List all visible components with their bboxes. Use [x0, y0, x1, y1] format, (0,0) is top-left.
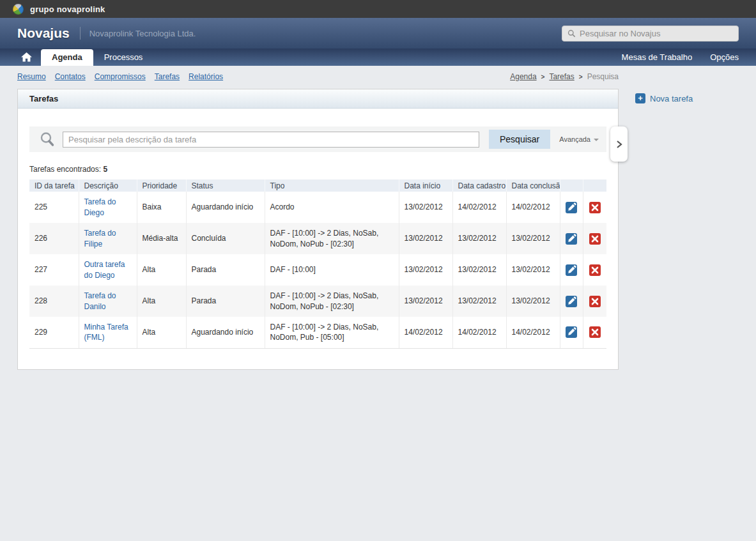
task-id-cell: 228 [29, 286, 79, 317]
task-description-cell: Tarefa do Danilo [79, 286, 137, 317]
task-description-cell: Tarefa do Filipe [79, 223, 137, 254]
task-created-date-cell: 14/02/2012 [452, 192, 506, 223]
task-description-cell: Outra tarefa do Diego [79, 254, 137, 286]
table-row: 225 Tarefa do Diego Baixa Aguardando iní… [29, 192, 606, 223]
breadcrumb-separator: > [541, 73, 545, 80]
edit-task-icon[interactable] [566, 264, 577, 276]
task-finish-date-cell: 14/02/2012 [506, 317, 560, 348]
edit-task-icon[interactable] [566, 202, 577, 213]
task-start-date-cell: 13/02/2012 [399, 223, 452, 254]
subnav-resumo[interactable]: Resumo [17, 72, 46, 81]
delete-cell [583, 254, 606, 286]
new-task-button[interactable]: + Nova tarefa [635, 93, 693, 103]
nav-opcoes[interactable]: Opções [710, 52, 739, 62]
task-description-link[interactable]: Tarefa do Danilo [84, 291, 116, 310]
breadcrumb-current: Pesquisa [587, 72, 619, 81]
task-start-date-cell: 13/02/2012 [399, 286, 452, 317]
task-description-link[interactable]: Outra tarefa do Diego [84, 260, 125, 279]
main-nav: Agenda Processos Mesas de Trabalho Opçõe… [0, 49, 756, 66]
tab-processos[interactable]: Processos [93, 49, 154, 66]
company-name: Novaprolink Tecnologia Ltda. [89, 29, 196, 38]
delete-cell [583, 286, 606, 317]
task-description-link[interactable]: Tarefa do Diego [84, 197, 116, 217]
subnav-tarefas[interactable]: Tarefas [155, 72, 180, 81]
edit-cell [560, 286, 583, 317]
header-divider [80, 27, 81, 40]
delete-task-icon[interactable] [589, 202, 601, 213]
task-start-date-cell: 13/02/2012 [399, 254, 452, 286]
plus-icon: + [635, 93, 645, 103]
global-search-input[interactable] [580, 29, 733, 38]
task-finish-date-cell: 14/02/2012 [506, 192, 560, 223]
advanced-search-toggle[interactable]: Avançada [559, 135, 599, 143]
breadcrumb-agenda[interactable]: Agenda [510, 72, 536, 81]
tab-agenda[interactable]: Agenda [41, 49, 93, 66]
global-search-box[interactable] [562, 26, 739, 42]
edit-task-icon[interactable] [566, 296, 577, 307]
page-content: Resumo Contatos Compromissos Tarefas Rel… [0, 66, 756, 370]
search-button[interactable]: Pesquisar [489, 130, 550, 149]
column-header: Descrição [79, 179, 137, 192]
edit-cell [560, 192, 583, 223]
task-status-cell: Parada [186, 286, 265, 317]
column-header [583, 179, 606, 192]
task-start-date-cell: 13/02/2012 [399, 192, 452, 223]
tasks-table-body: 225 Tarefa do Diego Baixa Aguardando iní… [29, 192, 606, 348]
edit-task-icon[interactable] [566, 233, 577, 245]
column-header [560, 179, 583, 192]
task-type-cell: DAF - [10:00] [265, 254, 399, 286]
task-description-cell: Tarefa do Diego [79, 192, 137, 223]
task-finish-date-cell: 13/02/2012 [506, 223, 560, 254]
chevron-right-icon [615, 140, 623, 149]
task-description-link[interactable]: Tarefa do Filipe [84, 229, 116, 248]
edit-task-icon[interactable] [566, 326, 577, 338]
home-icon[interactable] [17, 49, 36, 66]
subnav-contatos[interactable]: Contatos [55, 72, 86, 81]
task-description-link[interactable]: Minha Tarefa (FML) [84, 323, 128, 342]
edit-cell [560, 254, 583, 286]
nav-mesas-de-trabalho[interactable]: Mesas de Trabalho [622, 52, 693, 62]
results-count-line: Tarefas encontrados: 5 [29, 165, 606, 174]
collapse-panel-toggle[interactable] [610, 126, 628, 162]
column-header: Tipo [265, 179, 399, 192]
task-type-cell: Acordo [265, 192, 399, 223]
task-finish-date-cell: 13/02/2012 [506, 286, 560, 317]
group-brand-text: grupo novaprolink [30, 4, 105, 14]
task-created-date-cell: 13/02/2012 [452, 223, 506, 254]
column-header: ID da tarefa [29, 179, 79, 192]
agenda-subnav: Resumo Contatos Compromissos Tarefas Rel… [17, 72, 223, 81]
search-icon [40, 132, 55, 147]
novaprolink-logo-icon [13, 4, 24, 15]
column-header: Prioridade [137, 179, 186, 192]
table-row: 229 Minha Tarefa (FML) Alta Aguardando i… [29, 317, 606, 348]
delete-task-icon[interactable] [589, 264, 601, 276]
chevron-down-icon [594, 139, 599, 141]
tasks-table-header-row: ID da tarefaDescriçãoPrioridadeStatusTip… [29, 179, 606, 192]
delete-task-icon[interactable] [589, 233, 601, 245]
task-description-cell: Minha Tarefa (FML) [79, 317, 137, 348]
task-id-cell: 227 [29, 254, 79, 286]
tarefas-panel: Tarefas Pesquisar Avançada [17, 89, 619, 370]
task-priority-cell: Baixa [137, 192, 186, 223]
task-created-date-cell: 13/02/2012 [452, 254, 506, 286]
task-type-cell: DAF - [10:00] -> 2 Dias, NoSab, NoDom, P… [265, 317, 399, 348]
subnav-relatorios[interactable]: Relatórios [189, 72, 223, 81]
delete-task-icon[interactable] [589, 326, 601, 338]
column-header: Data conclusão [506, 179, 560, 192]
table-row: 226 Tarefa do Filipe Média-alta Concluíd… [29, 223, 606, 254]
top-bar: grupo novaprolink [0, 0, 756, 18]
breadcrumb-tarefas[interactable]: Tarefas [549, 72, 574, 81]
task-type-cell: DAF - [10:00] -> 2 Dias, NoSab, NoDom, N… [265, 223, 399, 254]
edit-cell [560, 223, 583, 254]
task-status-cell: Concluída [186, 223, 265, 254]
column-header: Data início [399, 179, 452, 192]
delete-cell [583, 317, 606, 348]
breadcrumb-separator: > [579, 73, 583, 80]
app-header: Novajus Novaprolink Tecnologia Ltda. [0, 18, 756, 49]
task-search-input[interactable] [63, 132, 479, 148]
delete-task-icon[interactable] [589, 296, 601, 307]
table-row: 228 Tarefa do Danilo Alta Parada DAF - [… [29, 286, 606, 317]
panel-title: Tarefas [29, 94, 58, 103]
column-header: Status [186, 179, 265, 192]
subnav-compromissos[interactable]: Compromissos [95, 72, 146, 81]
